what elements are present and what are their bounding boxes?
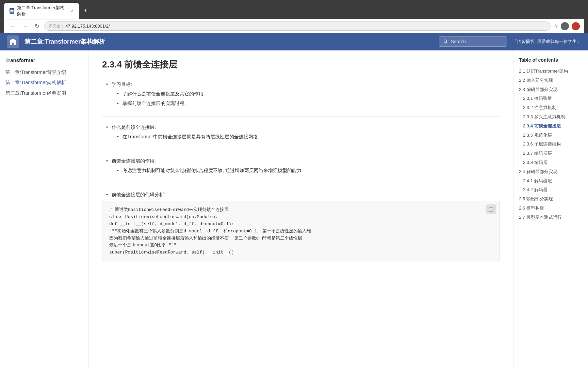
code-line-7: super(PositionwiseFeedForward, self).__i…	[109, 249, 492, 256]
browser-chrome: 第二章:Transformer架构解析 - × + ← → ↻ 不安全 | 47…	[0, 0, 588, 33]
extension-button[interactable]	[572, 22, 580, 30]
section-code-analysis: 前馈全连接层的代码分析: # 通过类PositionwiseFeedForwar…	[102, 191, 500, 269]
toc-item-2-3-8[interactable]: 2.3.8 编码器	[519, 158, 583, 167]
search-icon	[443, 39, 448, 44]
url-bar[interactable]: 不安全 | 47.92.175.143:8001/2/	[44, 21, 551, 31]
address-bar: ← → ↻ 不安全 | 47.92.175.143:8001/2/ ☆	[4, 19, 584, 33]
list-item: 什么是前馈全连接层: 在Transformer中前馈全连接层就是具有两层线性层的…	[106, 123, 500, 141]
what-is-list: 什么是前馈全连接层: 在Transformer中前馈全连接层就是具有两层线性层的…	[102, 123, 500, 141]
content-area: 2.3.4 前馈全连接层 学习目标: 了解什么是前馈全连接层及其它的作用. 掌握…	[88, 50, 513, 368]
search-box[interactable]	[439, 36, 507, 47]
right-toc: Table of contents 2.1 认识Transformer架构 2.…	[513, 50, 588, 368]
toc-item-2-6[interactable]: 2.6 模型构建	[519, 204, 583, 213]
code-line-1: # 通过类PositionwiseFeedForward来实现前馈全连接层	[109, 206, 492, 214]
code-analysis-list: 前馈全连接层的代码分析:	[102, 191, 500, 199]
header-logo	[7, 35, 19, 48]
svg-line-1	[446, 42, 447, 43]
sidebar-item-ch3[interactable]: 第三章:Transformer经典案例	[5, 88, 83, 98]
toc-item-2-4[interactable]: 2.4 解码器部分实现	[519, 167, 583, 177]
sidebar-title: Transformer	[5, 57, 83, 63]
svg-rect-2	[489, 208, 492, 211]
learning-goals-list: 学习目标: 了解什么是前馈全连接层及其它的作用. 掌握前馈全连接层的实现过程.	[102, 80, 500, 107]
new-tab-button[interactable]: +	[81, 6, 90, 16]
section-learning-goals: 学习目标: 了解什么是前馈全连接层及其它的作用. 掌握前馈全连接层的实现过程.	[102, 80, 500, 117]
role-list: 前馈全连接层的作用: 考虑注意力机制可能对复杂过程的拟合程度不够, 通过增加两层…	[102, 157, 500, 175]
left-sidebar: Transformer 第一章:Transformer背景介绍 第二章:Tran…	[0, 50, 88, 368]
forward-button[interactable]: →	[20, 22, 30, 31]
list-item: 了解什么是前馈全连接层及其它的作用.	[117, 90, 500, 98]
active-tab[interactable]: 第二章:Transformer架构解析 - ×	[4, 3, 79, 19]
url-separator: |	[62, 24, 63, 29]
toc-item-2-1[interactable]: 2.1 认识Transformer架构	[519, 67, 583, 76]
code-line-5: 因为我们希望输入通过前馈全连接层后输入和输出的维度不变. 第二个参数d_ff就是…	[109, 235, 492, 242]
security-indicator: 不安全	[49, 24, 60, 29]
code-block: # 通过类PositionwiseFeedForward来实现前馈全连接层 cl…	[102, 201, 500, 262]
toc-item-2-3-6[interactable]: 2.3.6 子层连接结构	[519, 140, 583, 149]
list-item: 掌握前馈全连接层的实现过程.	[117, 99, 500, 108]
back-button[interactable]: ←	[8, 22, 18, 31]
tab-favicon	[10, 8, 14, 14]
header-slogan: 「传智播客: 用爱成就每一位学生」	[512, 39, 581, 45]
copy-code-button[interactable]	[486, 204, 496, 214]
svg-point-0	[444, 40, 447, 43]
toc-item-2-4-1[interactable]: 2.4.1 解码器层	[519, 177, 583, 186]
sub-list: 在Transformer中前馈全连接层就是具有两层线性层的全连接网络.	[112, 133, 500, 141]
tab-title: 第二章:Transformer架构解析 -	[17, 5, 67, 17]
section-role: 前馈全连接层的作用: 考虑注意力机制可能对复杂过程的拟合程度不够, 通过增加两层…	[102, 157, 500, 184]
bookmark-button[interactable]: ☆	[553, 23, 558, 29]
sidebar-item-ch1[interactable]: 第一章:Transformer背景介绍	[5, 67, 83, 77]
list-item: 在Transformer中前馈全连接层就是具有两层线性层的全连接网络.	[117, 133, 500, 141]
page-title: 2.3.4 前馈全连接层	[102, 59, 500, 75]
app-header: 第二章:Transformer架构解析 「传智播客: 用爱成就每一位学生」	[0, 33, 588, 50]
toc-title: Table of contents	[519, 57, 583, 63]
toc-item-2-3[interactable]: 2.3 编码器部分实现	[519, 85, 583, 94]
toc-item-2-3-5[interactable]: 2.3.5 规范化层	[519, 131, 583, 140]
search-input[interactable]	[451, 39, 503, 44]
sidebar-item-ch2[interactable]: 第二章:Transformer架构解析	[5, 77, 83, 88]
toc-item-2-3-7[interactable]: 2.3.7 编码器层	[519, 149, 583, 158]
section-what-is: 什么是前馈全连接层: 在Transformer中前馈全连接层就是具有两层线性层的…	[102, 123, 500, 150]
list-item: 前馈全连接层的代码分析:	[106, 191, 500, 199]
main-layout: Transformer 第一章:Transformer背景介绍 第二章:Tran…	[0, 50, 588, 368]
code-line-4: """初始化函数有三个输入参数分别是d_model, d_ff, 和dropou…	[109, 228, 492, 235]
code-line-6: 最后一个是dropout置0比率."""	[109, 242, 492, 249]
list-item: 学习目标: 了解什么是前馈全连接层及其它的作用. 掌握前馈全连接层的实现过程.	[106, 80, 500, 107]
sub-list: 了解什么是前馈全连接层及其它的作用. 掌握前馈全连接层的实现过程.	[112, 90, 500, 108]
list-item: 考虑注意力机制可能对复杂过程的拟合程度不够, 通过增加两层网络来增强模型的能力.	[117, 167, 500, 175]
code-line-3: def __init__(self, d_model, d_ff, dropou…	[109, 221, 492, 228]
sub-list: 考虑注意力机制可能对复杂过程的拟合程度不够, 通过增加两层网络来增强模型的能力.	[112, 167, 500, 175]
url-text: 47.92.175.143:8001/2/	[65, 24, 545, 29]
header-title: 第二章:Transformer架构解析	[24, 37, 434, 46]
toc-item-2-5[interactable]: 2.5 输出部分实现	[519, 195, 583, 204]
refresh-button[interactable]: ↻	[33, 21, 41, 31]
list-item: 前馈全连接层的作用: 考虑注意力机制可能对复杂过程的拟合程度不够, 通过增加两层…	[106, 157, 500, 175]
tab-close-button[interactable]: ×	[71, 9, 74, 13]
toc-item-2-7[interactable]: 2.7 模型基本测试运行	[519, 213, 583, 222]
toc-item-2-2[interactable]: 2.2 输入部分实现	[519, 76, 583, 85]
code-line-2: class PositionwiseFeedForward(nn.Module)…	[109, 214, 492, 221]
toc-item-2-4-2[interactable]: 2.4.2 解码器	[519, 185, 583, 195]
profile-button[interactable]	[561, 22, 569, 30]
tab-bar: 第二章:Transformer架构解析 - × +	[4, 3, 584, 19]
toc-item-2-3-1[interactable]: 2.3.1 掩码张量	[519, 94, 583, 103]
toc-item-2-3-4[interactable]: 2.3.4 前馈全连接层	[519, 122, 583, 131]
toc-item-2-3-2[interactable]: 2.3.2 注意力机制	[519, 103, 583, 112]
toc-item-2-3-3[interactable]: 2.3.3 多头注意力机制	[519, 112, 583, 122]
